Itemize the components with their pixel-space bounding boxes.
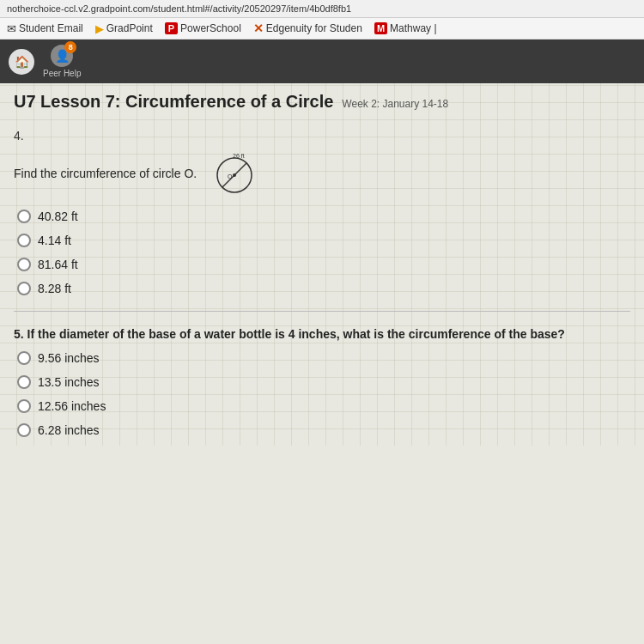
radio-5-1[interactable] — [17, 351, 31, 365]
option-4-2-label: 4.14 ft — [38, 234, 71, 247]
radio-4-3[interactable] — [17, 258, 31, 271]
section-divider — [14, 311, 630, 312]
question-5-text: 5. If the diameter of the base of a wate… — [14, 327, 630, 341]
question-4-number: 4. — [14, 129, 630, 143]
circle-diagram: 26 ft O — [209, 148, 260, 199]
address-bar: notherchoice-ccl.v2.gradpoint.com/studen… — [0, 0, 644, 18]
powerschool-icon: P — [165, 22, 178, 34]
bookmark-label: Mathway | — [390, 22, 436, 34]
peer-help-label: Peer Help — [43, 69, 81, 78]
bookmark-mathway[interactable]: M Mathway | — [374, 22, 437, 34]
option-5-1-label: 9.56 inches — [38, 351, 100, 365]
bookmark-edgenuity[interactable]: ✕ Edgenuity for Studen — [253, 21, 362, 35]
option-5-3-label: 12.56 inches — [38, 399, 106, 413]
question-5-block: 5. If the diameter of the base of a wate… — [14, 327, 630, 437]
option-5-4-label: 6.28 inches — [38, 423, 100, 437]
bookmark-label: Edgenuity for Studen — [266, 22, 362, 34]
option-5-2-label: 13.5 inches — [38, 375, 100, 389]
radio-4-2[interactable] — [17, 234, 31, 247]
option-4-4[interactable]: 8.28 ft — [17, 282, 630, 295]
question-5-options: 9.56 inches 13.5 inches 12.56 inches 6.2… — [17, 351, 630, 437]
radio-5-4[interactable] — [17, 423, 31, 437]
home-button[interactable]: 🏠 — [9, 49, 34, 75]
option-4-2[interactable]: 4.14 ft — [17, 234, 630, 247]
lesson-title: U7 Lesson 7: Circumference of a Circle W… — [14, 92, 630, 112]
email-icon: ✉ — [7, 22, 16, 35]
home-icon: 🏠 — [15, 55, 29, 69]
lesson-title-text: U7 Lesson 7: Circumference of a Circle — [14, 92, 333, 112]
option-4-3[interactable]: 81.64 ft — [17, 258, 630, 271]
radio-4-1[interactable] — [17, 210, 31, 223]
question-5-prompt: If the diameter of the base of a water b… — [27, 327, 565, 341]
option-5-4[interactable]: 6.28 inches — [17, 423, 630, 437]
question-4-block: 4. Find the circumference of circle O. 2… — [14, 129, 630, 295]
url-text: notherchoice-ccl.v2.gradpoint.com/studen… — [7, 3, 351, 14]
bookmarks-bar: ✉ Student Email ▶ GradPoint P PowerSchoo… — [0, 18, 644, 39]
radio-4-4[interactable] — [17, 282, 31, 295]
week-label: Week 2: January 14-18 — [342, 98, 448, 110]
question-4-text: Find the circumference of circle O. 26 f… — [14, 148, 630, 199]
edgenuity-icon: ✕ — [253, 21, 264, 35]
circle-svg: 26 ft O — [209, 148, 260, 199]
option-4-1[interactable]: 40.82 ft — [17, 210, 630, 223]
option-4-3-label: 81.64 ft — [38, 258, 78, 271]
main-content: U7 Lesson 7: Circumference of a Circle W… — [0, 83, 644, 446]
peer-help-button[interactable]: 👤 8 Peer Help — [43, 45, 81, 78]
option-5-2[interactable]: 13.5 inches — [17, 375, 630, 389]
bookmark-label: PowerSchool — [180, 22, 241, 34]
svg-point-2 — [233, 173, 236, 177]
gradpoint-icon: ▶ — [95, 22, 104, 35]
option-4-4-label: 8.28 ft — [38, 282, 71, 295]
app-header: 🏠 👤 8 Peer Help — [0, 39, 644, 83]
bookmark-powerschool[interactable]: P PowerSchool — [165, 22, 241, 34]
svg-text:O: O — [228, 173, 233, 179]
radio-5-2[interactable] — [17, 375, 31, 389]
bookmark-student-email[interactable]: ✉ Student Email — [7, 22, 83, 35]
peer-help-avatar: 👤 8 — [51, 45, 73, 67]
option-4-1-label: 40.82 ft — [38, 210, 78, 223]
option-5-1[interactable]: 9.56 inches — [17, 351, 630, 365]
radio-5-3[interactable] — [17, 399, 31, 413]
mathway-icon: M — [374, 22, 387, 34]
question-4-prompt: Find the circumference of circle O. — [14, 167, 197, 180]
option-5-3[interactable]: 12.56 inches — [17, 399, 630, 413]
bookmark-gradpoint[interactable]: ▶ GradPoint — [95, 22, 153, 35]
peer-help-badge: 8 — [64, 41, 76, 53]
question-5-number: 5. — [14, 327, 24, 341]
question-4-options: 40.82 ft 4.14 ft 81.64 ft 8.28 ft — [17, 210, 630, 295]
svg-text:26 ft: 26 ft — [233, 153, 245, 159]
bookmark-label: Student Email — [19, 22, 83, 34]
bookmark-label: GradPoint — [106, 22, 153, 34]
